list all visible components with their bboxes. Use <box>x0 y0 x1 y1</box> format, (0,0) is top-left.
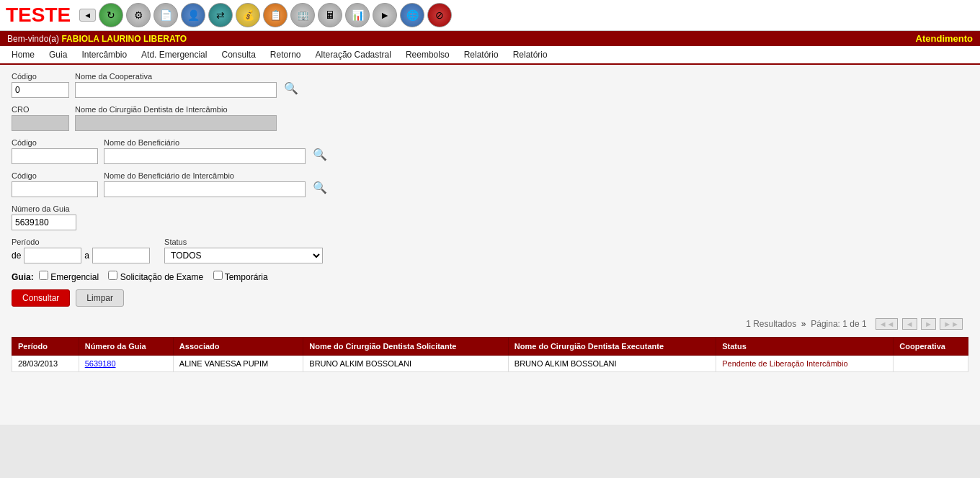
nome-beneficiario-group: Nome do Beneficiário <box>104 138 306 164</box>
col-numero-guia: Número da Guia <box>79 338 173 356</box>
nav-relatorio-1[interactable]: Relatório <box>457 46 506 63</box>
status-label: Status <box>164 238 323 246</box>
col-dentista-solicitante: Nome do Cirurgião Dentista Solicitante <box>303 338 508 356</box>
nav-alteracao-cadastral[interactable]: Alteração Cadastral <box>308 46 398 63</box>
content-area: Código Nome da Cooperativa 🔍 CRO Nome do… <box>0 65 980 425</box>
refresh-icon[interactable]: ↻ <box>99 3 123 27</box>
clipboard-icon[interactable]: 📋 <box>263 3 288 27</box>
consultar-button[interactable]: Consultar <box>12 289 70 307</box>
header: TESTE ◄ ↻ ⚙ 📄 👤 ⇄ 💰 📋 🏢 🖩 📊 ► 🌐 ⊘ <box>0 0 980 31</box>
nome-cooperativa-group: Nome da Cooperativa <box>75 72 277 98</box>
codigo-beneficiario-intercambio-input[interactable] <box>12 181 98 197</box>
nav-atd-emergencial[interactable]: Atd. Emergencial <box>134 46 214 63</box>
codigo-cooperativa-group: Código <box>12 72 69 98</box>
settings-icon[interactable]: ⚙ <box>126 3 151 27</box>
status-group: Status TODOS Pendente Aprovado Negado <box>164 238 323 263</box>
nav-guia[interactable]: Guia <box>42 46 74 63</box>
toolbar: ↻ ⚙ 📄 👤 ⇄ 💰 📋 🏢 🖩 📊 ► 🌐 ⊘ <box>99 3 452 27</box>
cell-cooperativa <box>894 356 968 372</box>
nav-reembolso[interactable]: Reembolso <box>398 46 457 63</box>
building-icon[interactable]: 🏢 <box>290 3 315 27</box>
user-name: FABIOLA LAURINO LIBERATO <box>61 34 187 44</box>
codigo-beneficiario-input[interactable] <box>12 148 98 164</box>
guia-types-row: Guia: Emergencial Solicitação de Exame T… <box>12 271 968 282</box>
logo: TESTE <box>6 4 71 27</box>
nome-cooperativa-input[interactable] <box>75 82 277 98</box>
page-info: Página: 1 de 1 <box>811 319 866 329</box>
cro-input[interactable] <box>12 115 69 131</box>
pagination-bar: 1 Resultados » Página: 1 de 1 ◄◄ ◄ ► ►► <box>12 314 968 334</box>
numero-guia-group: Número da Guia <box>12 204 76 230</box>
numero-guia-label: Número da Guia <box>12 204 76 213</box>
emergencial-checkbox[interactable] <box>39 271 48 280</box>
codigo-cooperativa-input[interactable] <box>12 82 69 98</box>
table-row: 28/03/2013 5639180 ALINE VANESSA PUPIM B… <box>12 356 968 372</box>
solicitacao-exame-checkbox-label[interactable]: Solicitação de Exame <box>108 272 205 282</box>
nome-beneficiario-input[interactable] <box>104 148 306 164</box>
exchange-icon[interactable]: ⇄ <box>208 3 233 27</box>
temporaria-checkbox[interactable] <box>213 271 223 280</box>
search-cooperativa-icon[interactable]: 🔍 <box>282 80 300 96</box>
beneficiario-row: Código Nome do Beneficiário 🔍 <box>12 138 968 164</box>
nav-back-button[interactable]: ◄ <box>79 9 96 22</box>
emergencial-checkbox-label[interactable]: Emergencial <box>39 272 101 282</box>
cell-dentista-executante: BRUNO ALKIM BOSSOLANI <box>508 356 716 372</box>
temporaria-checkbox-label[interactable]: Temporária <box>213 272 268 282</box>
nome-dentista-intercambio-group: Nome do Cirurgião Dentista de Intercâmbi… <box>75 105 277 131</box>
guia-types-label: Guia: <box>12 272 34 282</box>
buttons-row: Consultar Limpar <box>12 289 968 307</box>
first-page-button[interactable]: ◄◄ <box>876 318 899 330</box>
periodo-de-input[interactable] <box>24 248 81 263</box>
cell-numero-guia: 5639180 <box>79 356 173 372</box>
results-table: Período Número da Guia Associado Nome do… <box>12 337 968 372</box>
coin-icon[interactable]: 💰 <box>236 3 260 27</box>
chart-icon[interactable]: 📊 <box>345 3 370 27</box>
nome-dentista-intercambio-input[interactable] <box>75 115 277 131</box>
nav-retorno[interactable]: Retorno <box>263 46 308 63</box>
guia-link[interactable]: 5639180 <box>85 359 116 368</box>
cell-associado: ALINE VANESSA PUPIM <box>173 356 303 372</box>
atendimento-label: Atendimento <box>916 33 973 44</box>
codigo-cooperativa-label: Código <box>12 72 69 81</box>
person-icon[interactable]: 👤 <box>181 3 205 27</box>
last-page-button[interactable]: ►► <box>940 318 963 330</box>
globe-icon[interactable]: 🌐 <box>400 3 424 27</box>
nav-home[interactable]: Home <box>4 46 42 63</box>
nav-relatorio-2[interactable]: Relatório <box>506 46 555 63</box>
status-value: Pendente de Liberação Intercâmbio <box>722 359 847 368</box>
cell-status: Pendente de Liberação Intercâmbio <box>716 356 894 372</box>
numero-guia-row: Número da Guia <box>12 204 968 230</box>
limpar-button[interactable]: Limpar <box>76 289 124 307</box>
document-icon[interactable]: 📄 <box>153 3 178 27</box>
calculator-icon[interactable]: 🖩 <box>318 3 342 27</box>
arrow-right-icon[interactable]: ► <box>373 3 397 27</box>
nome-beneficiario-intercambio-group: Nome do Beneficiário de Intercâmbio <box>104 171 306 197</box>
nome-dentista-intercambio-label: Nome do Cirurgião Dentista de Intercâmbi… <box>75 105 277 114</box>
nav-consulta[interactable]: Consulta <box>214 46 262 63</box>
status-select[interactable]: TODOS Pendente Aprovado Negado <box>164 248 323 263</box>
prev-page-button[interactable]: ◄ <box>902 318 917 330</box>
nome-beneficiario-intercambio-label: Nome do Beneficiário de Intercâmbio <box>104 171 306 180</box>
search-beneficiario-intercambio-icon[interactable]: 🔍 <box>311 179 329 196</box>
beneficiario-intercambio-row: Código Nome do Beneficiário de Intercâmb… <box>12 171 968 197</box>
codigo-beneficiario-intercambio-label: Código <box>12 171 98 180</box>
stop-icon[interactable]: ⊘ <box>427 3 452 27</box>
col-associado: Associado <box>173 338 303 356</box>
nav-menu: Home Guia Intercâmbio Atd. Emergencial C… <box>0 46 980 65</box>
col-dentista-executante: Nome do Cirurgião Dentista Executante <box>508 338 716 356</box>
codigo-beneficiario-intercambio-group: Código <box>12 171 98 197</box>
search-beneficiario-icon[interactable]: 🔍 <box>311 146 329 163</box>
periodo-a-input[interactable] <box>92 248 150 263</box>
nome-beneficiario-intercambio-input[interactable] <box>104 181 306 197</box>
cell-dentista-solicitante: BRUNO ALKIM BOSSOLANI <box>303 356 508 372</box>
nav-intercambio[interactable]: Intercâmbio <box>74 46 134 63</box>
col-periodo: Período <box>12 338 79 356</box>
codigo-beneficiario-group: Código <box>12 138 98 164</box>
solicitacao-exame-checkbox[interactable] <box>108 271 117 280</box>
next-page-button[interactable]: ► <box>921 318 936 330</box>
numero-guia-input[interactable] <box>12 215 76 230</box>
nome-beneficiario-label: Nome do Beneficiário <box>104 138 306 147</box>
cro-group: CRO <box>12 105 69 131</box>
a-label: a <box>84 251 89 261</box>
periodo-label: Período <box>12 238 150 246</box>
